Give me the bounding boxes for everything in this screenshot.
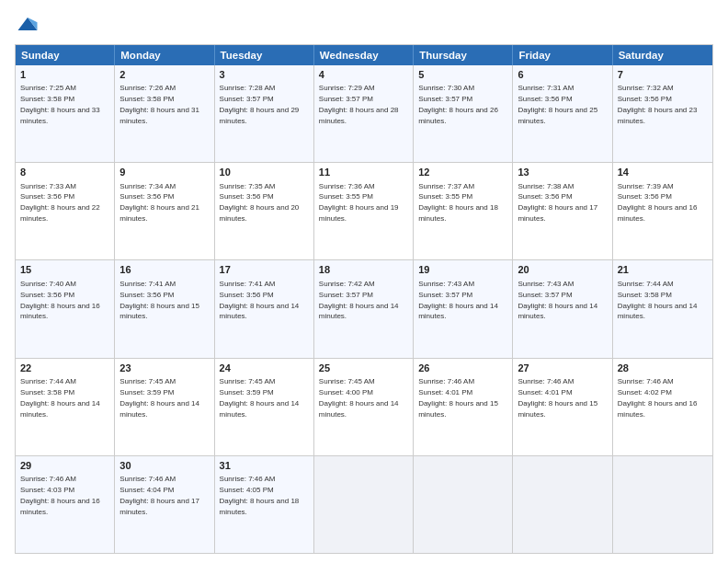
day-cell-8: 8 Sunrise: 7:33 AMSunset: 3:56 PMDayligh… (16, 163, 115, 259)
day-cell-18: 18 Sunrise: 7:42 AMSunset: 3:57 PMDaylig… (314, 260, 414, 357)
day-info: Sunrise: 7:43 AMSunset: 3:57 PMDaylight:… (418, 280, 498, 321)
day-number: 2 (119, 68, 209, 82)
calendar-row-1: 8 Sunrise: 7:33 AMSunset: 3:56 PMDayligh… (16, 162, 712, 259)
day-cell-20: 20 Sunrise: 7:43 AMSunset: 3:57 PMDaylig… (513, 260, 612, 357)
day-info: Sunrise: 7:33 AMSunset: 3:56 PMDaylight:… (20, 182, 100, 224)
day-info: Sunrise: 7:46 AMSunset: 4:05 PMDaylight:… (220, 475, 300, 516)
day-info: Sunrise: 7:37 AMSunset: 3:55 PMDaylight:… (418, 182, 498, 224)
weekday-header-thursday: Thursday (414, 45, 513, 65)
day-info: Sunrise: 7:26 AMSunset: 3:58 PMDaylight:… (119, 84, 199, 125)
day-cell-3: 3 Sunrise: 7:28 AMSunset: 3:57 PMDayligh… (215, 65, 314, 162)
weekday-header-sunday: Sunday (16, 45, 115, 65)
calendar-row-4: 29 Sunrise: 7:46 AMSunset: 4:03 PMDaylig… (16, 455, 712, 553)
day-cell-9: 9 Sunrise: 7:34 AMSunset: 3:56 PMDayligh… (115, 163, 214, 259)
day-number: 13 (518, 166, 607, 179)
day-number: 20 (518, 263, 607, 277)
calendar-body: 1 Sunrise: 7:25 AMSunset: 3:58 PMDayligh… (16, 65, 712, 553)
logo (15, 11, 44, 37)
header (15, 11, 713, 37)
day-info: Sunrise: 7:46 AMSunset: 4:02 PMDaylight:… (618, 377, 698, 419)
day-number: 21 (618, 263, 708, 277)
day-cell-17: 17 Sunrise: 7:41 AMSunset: 3:56 PMDaylig… (215, 260, 314, 357)
day-number: 17 (220, 263, 309, 277)
day-number: 14 (618, 166, 708, 179)
day-cell-15: 15 Sunrise: 7:40 AMSunset: 3:56 PMDaylig… (16, 260, 115, 357)
day-cell-11: 11 Sunrise: 7:36 AMSunset: 3:55 PMDaylig… (314, 163, 414, 259)
day-info: Sunrise: 7:41 AMSunset: 3:56 PMDaylight:… (119, 280, 199, 321)
day-info: Sunrise: 7:32 AMSunset: 3:56 PMDaylight:… (618, 84, 698, 125)
day-number: 26 (418, 362, 507, 375)
day-cell-14: 14 Sunrise: 7:39 AMSunset: 3:56 PMDaylig… (613, 163, 712, 259)
day-cell-7: 7 Sunrise: 7:32 AMSunset: 3:56 PMDayligh… (613, 65, 712, 162)
day-number: 18 (319, 263, 408, 277)
day-cell-16: 16 Sunrise: 7:41 AMSunset: 3:56 PMDaylig… (115, 260, 214, 357)
calendar-row-3: 22 Sunrise: 7:44 AMSunset: 3:58 PMDaylig… (16, 358, 712, 455)
day-number: 12 (418, 166, 507, 179)
day-info: Sunrise: 7:31 AMSunset: 3:56 PMDaylight:… (518, 84, 597, 125)
day-number: 16 (119, 263, 209, 277)
day-cell-2: 2 Sunrise: 7:26 AMSunset: 3:58 PMDayligh… (115, 65, 214, 162)
day-cell-19: 19 Sunrise: 7:43 AMSunset: 3:57 PMDaylig… (414, 260, 513, 357)
weekday-header-wednesday: Wednesday (314, 45, 414, 65)
day-number: 25 (319, 362, 408, 375)
empty-cell (414, 456, 513, 553)
day-info: Sunrise: 7:46 AMSunset: 4:04 PMDaylight:… (119, 475, 199, 516)
day-cell-10: 10 Sunrise: 7:35 AMSunset: 3:56 PMDaylig… (215, 163, 314, 259)
day-info: Sunrise: 7:45 AMSunset: 4:00 PMDaylight:… (319, 377, 399, 419)
day-info: Sunrise: 7:45 AMSunset: 3:59 PMDaylight:… (119, 377, 199, 419)
calendar: SundayMondayTuesdayWednesdayThursdayFrid… (15, 44, 713, 554)
day-number: 6 (518, 68, 607, 82)
day-info: Sunrise: 7:39 AMSunset: 3:56 PMDaylight:… (618, 182, 698, 224)
day-cell-4: 4 Sunrise: 7:29 AMSunset: 3:57 PMDayligh… (314, 65, 414, 162)
day-info: Sunrise: 7:44 AMSunset: 3:58 PMDaylight:… (618, 280, 698, 321)
day-cell-1: 1 Sunrise: 7:25 AMSunset: 3:58 PMDayligh… (16, 65, 115, 162)
day-cell-31: 31 Sunrise: 7:46 AMSunset: 4:05 PMDaylig… (215, 456, 314, 553)
empty-cell (513, 456, 612, 553)
day-cell-5: 5 Sunrise: 7:30 AMSunset: 3:57 PMDayligh… (414, 65, 513, 162)
day-number: 3 (220, 68, 309, 82)
day-cell-13: 13 Sunrise: 7:38 AMSunset: 3:56 PMDaylig… (513, 163, 612, 259)
day-number: 1 (20, 68, 109, 82)
day-info: Sunrise: 7:35 AMSunset: 3:56 PMDaylight:… (220, 182, 300, 224)
day-cell-30: 30 Sunrise: 7:46 AMSunset: 4:04 PMDaylig… (115, 456, 214, 553)
day-number: 15 (20, 263, 109, 277)
day-number: 4 (319, 68, 408, 82)
day-info: Sunrise: 7:38 AMSunset: 3:56 PMDaylight:… (518, 182, 597, 224)
calendar-row-0: 1 Sunrise: 7:25 AMSunset: 3:58 PMDayligh… (16, 65, 712, 162)
day-number: 5 (418, 68, 507, 82)
day-number: 28 (618, 362, 708, 375)
day-cell-24: 24 Sunrise: 7:45 AMSunset: 3:59 PMDaylig… (215, 359, 314, 455)
day-info: Sunrise: 7:40 AMSunset: 3:56 PMDaylight:… (20, 280, 100, 321)
day-info: Sunrise: 7:34 AMSunset: 3:56 PMDaylight:… (119, 182, 199, 224)
day-number: 9 (119, 166, 209, 179)
empty-cell (613, 456, 712, 553)
day-cell-21: 21 Sunrise: 7:44 AMSunset: 3:58 PMDaylig… (613, 260, 712, 357)
logo-icon (15, 11, 40, 37)
day-number: 30 (119, 459, 209, 473)
day-info: Sunrise: 7:44 AMSunset: 3:58 PMDaylight:… (20, 377, 100, 419)
day-cell-6: 6 Sunrise: 7:31 AMSunset: 3:56 PMDayligh… (513, 65, 612, 162)
weekday-header-tuesday: Tuesday (215, 45, 314, 65)
day-number: 7 (618, 68, 708, 82)
day-number: 31 (220, 459, 309, 473)
day-number: 23 (119, 362, 209, 375)
day-number: 8 (20, 166, 109, 179)
day-number: 29 (20, 459, 109, 473)
day-info: Sunrise: 7:29 AMSunset: 3:57 PMDaylight:… (319, 84, 399, 125)
day-cell-25: 25 Sunrise: 7:45 AMSunset: 4:00 PMDaylig… (314, 359, 414, 455)
day-number: 22 (20, 362, 109, 375)
weekday-header-friday: Friday (513, 45, 612, 65)
day-cell-22: 22 Sunrise: 7:44 AMSunset: 3:58 PMDaylig… (16, 359, 115, 455)
day-info: Sunrise: 7:30 AMSunset: 3:57 PMDaylight:… (418, 84, 498, 125)
weekday-header-monday: Monday (115, 45, 214, 65)
day-number: 27 (518, 362, 607, 375)
day-number: 24 (220, 362, 309, 375)
day-info: Sunrise: 7:46 AMSunset: 4:03 PMDaylight:… (20, 475, 100, 516)
day-cell-26: 26 Sunrise: 7:46 AMSunset: 4:01 PMDaylig… (414, 359, 513, 455)
day-number: 10 (220, 166, 309, 179)
page: SundayMondayTuesdayWednesdayThursdayFrid… (0, 0, 728, 563)
day-info: Sunrise: 7:28 AMSunset: 3:57 PMDaylight:… (220, 84, 300, 125)
day-cell-27: 27 Sunrise: 7:46 AMSunset: 4:01 PMDaylig… (513, 359, 612, 455)
day-cell-12: 12 Sunrise: 7:37 AMSunset: 3:55 PMDaylig… (414, 163, 513, 259)
day-info: Sunrise: 7:25 AMSunset: 3:58 PMDaylight:… (20, 84, 100, 125)
